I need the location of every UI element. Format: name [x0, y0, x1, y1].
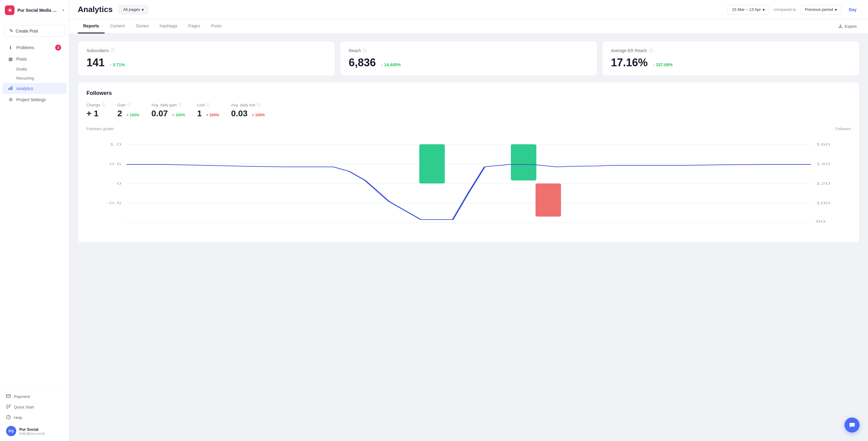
metric-change: ↑ 14,445% — [381, 62, 401, 67]
svg-rect-1 — [10, 87, 11, 90]
footer-item-label: Quick Start — [14, 405, 34, 409]
user-row: PS Pur Social hello@pur.social — [4, 423, 65, 437]
sidebar: ✳ Pur Social Media Sc... ▾ ✎ Create Post… — [0, 0, 69, 441]
stat-gain: Gain ⓘ 2 + 100% — [118, 102, 140, 118]
chart-header: Followers growth Followers — [87, 127, 851, 131]
compared-to-label: compared to — [773, 7, 796, 12]
metric-label: Average ER Reach ⓘ — [611, 48, 851, 53]
sidebar-nav: ℹ Problems 3 ▦ Posts Drafts Recurring An… — [0, 40, 69, 387]
analytics-content: Subscribers ⓘ 141 ↑ 0.71% Reach ⓘ 6,836 … — [69, 34, 868, 441]
metric-card-avg-er-reach: Average ER Reach ⓘ 17.16% ↑ 337.69% — [602, 41, 860, 76]
tab-hashtags[interactable]: Hashtags — [154, 19, 183, 33]
user-info: Pur Social hello@pur.social — [19, 427, 63, 435]
user-name: Pur Social — [19, 427, 63, 432]
app-chevron-icon: ▾ — [62, 8, 64, 12]
date-range-button[interactable]: 15 Mar – 13 Apr ▾ — [727, 5, 769, 14]
followers-chart: 1.0 0.5 0 -0.5 160 140 120 100 80 — [87, 132, 851, 235]
svg-text:1.0: 1.0 — [110, 143, 121, 147]
previous-period-label: Previous period — [805, 7, 833, 12]
footer-item-label: Payment — [14, 394, 30, 399]
followers-section: Followers Change ⓘ + 1 Gain ⓘ 2 — [78, 82, 860, 243]
metric-label: Reach ⓘ — [349, 48, 589, 53]
all-pages-label: All pages — [123, 7, 140, 12]
user-email: hello@pur.social — [19, 432, 63, 435]
app-name: Pur Social Media Sc... — [18, 8, 59, 13]
svg-rect-2 — [11, 86, 12, 90]
help-icon: ⓘ — [111, 48, 115, 53]
stat-value: 0.07 — [151, 109, 168, 118]
sidebar-item-label: Recurring — [16, 76, 34, 81]
sidebar-item-help[interactable]: ? Help — [4, 412, 65, 423]
metric-label: Subscribers ⓘ — [87, 48, 327, 53]
sidebar-item-label: Drafts — [16, 67, 27, 71]
previous-period-button[interactable]: Previous period ▾ — [801, 5, 842, 14]
metric-value: 141 — [87, 56, 104, 69]
stat-value: 1 — [197, 109, 202, 118]
svg-text:-0.5: -0.5 — [106, 201, 121, 205]
stat-change-pct: + 100% — [127, 113, 140, 117]
stat-value: 0.03 — [231, 109, 248, 118]
chart-bar-gain-2 — [511, 144, 536, 181]
posts-icon: ▦ — [8, 56, 13, 62]
app-logo: ✳ — [5, 5, 14, 15]
tabs: Reports Content Stories Hashtags Pages P… — [78, 19, 227, 33]
stat-change-pct: + 100% — [172, 113, 185, 117]
chat-bubble-button[interactable] — [844, 417, 860, 433]
metric-card-reach: Reach ⓘ 6,836 ↑ 14,445% — [340, 41, 597, 76]
chart-line — [126, 164, 811, 220]
tab-pages[interactable]: Pages — [183, 19, 206, 33]
info-icon: ℹ — [8, 45, 13, 50]
sidebar-item-problems[interactable]: ℹ Problems 3 — [2, 42, 67, 53]
followers-stats: Change ⓘ + 1 Gain ⓘ 2 + 100% — [87, 102, 851, 118]
sidebar-item-drafts[interactable]: Drafts — [2, 65, 67, 73]
sidebar-item-quick-start[interactable]: Quick Start — [4, 402, 65, 412]
section-title: Followers — [87, 90, 851, 96]
help-icon: ⓘ — [127, 102, 131, 107]
payment-icon — [6, 394, 11, 400]
svg-text:0.5: 0.5 — [110, 162, 121, 166]
chart-bar-gain-1 — [419, 144, 445, 184]
svg-text:120: 120 — [816, 182, 830, 186]
analytics-icon — [8, 86, 13, 91]
top-bar: Analytics All pages ▾ 15 Mar – 13 Apr ▾ … — [69, 0, 868, 19]
problems-badge: 3 — [55, 44, 61, 51]
sidebar-item-posts[interactable]: ▦ Posts — [2, 54, 67, 64]
day-button[interactable]: Day — [846, 5, 860, 14]
export-label: Export — [845, 24, 857, 29]
chart-left-label: Followers growth — [87, 127, 114, 131]
export-button[interactable]: Export — [835, 22, 860, 31]
all-pages-button[interactable]: All pages ▾ — [119, 5, 149, 14]
stat-change-pct: + 100% — [252, 113, 265, 117]
stat-lost: Lost ⓘ 1 + 100% — [197, 102, 219, 118]
tab-content[interactable]: Content — [104, 19, 130, 33]
tab-posts[interactable]: Posts — [206, 19, 227, 33]
help-icon: ⓘ — [363, 48, 367, 53]
create-post-button[interactable]: ✎ Create Post — [4, 25, 65, 37]
sidebar-item-project-settings[interactable]: ⚙ Project Settings — [2, 94, 67, 105]
svg-rect-0 — [8, 88, 9, 90]
svg-rect-3 — [6, 395, 10, 398]
settings-icon: ⚙ — [8, 97, 13, 102]
help-icon: ⓘ — [179, 102, 182, 107]
sidebar-item-recurring[interactable]: Recurring — [2, 74, 67, 83]
chart-right-label: Followers — [835, 127, 851, 131]
sidebar-item-analytics[interactable]: Analytics — [2, 83, 67, 94]
help-icon: ⓘ — [649, 48, 653, 53]
tab-reports[interactable]: Reports — [78, 19, 104, 33]
svg-text:0: 0 — [117, 182, 121, 186]
svg-text:140: 140 — [816, 162, 830, 166]
tabs-bar: Reports Content Stories Hashtags Pages P… — [69, 19, 868, 34]
help-icon: ⓘ — [102, 102, 105, 107]
followers-chart-container: Followers growth Followers 1.0 0.5 — [87, 127, 851, 235]
chart-bar-lost-1 — [535, 184, 561, 217]
sidebar-item-payment[interactable]: Payment — [4, 391, 65, 402]
page-title: Analytics — [78, 5, 113, 14]
stat-change: Change ⓘ + 1 — [87, 102, 105, 118]
help-icon: ⓘ — [257, 102, 260, 107]
metrics-row: Subscribers ⓘ 141 ↑ 0.71% Reach ⓘ 6,836 … — [78, 41, 860, 76]
stat-change-pct: + 100% — [206, 113, 219, 117]
sidebar-item-label: Project Settings — [16, 97, 46, 102]
tab-stories[interactable]: Stories — [130, 19, 154, 33]
chevron-down-icon: ▾ — [142, 7, 144, 12]
metric-change: ↑ 337.69% — [653, 62, 673, 67]
